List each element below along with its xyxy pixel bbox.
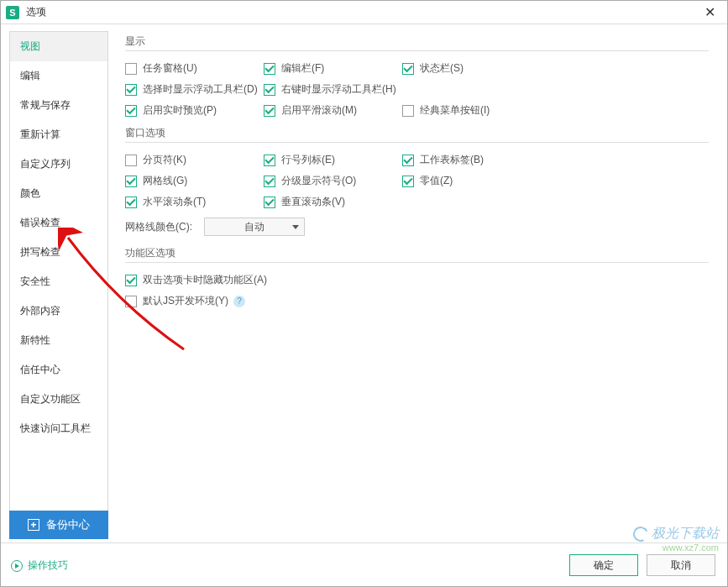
gridcolor-label: 网格线颜色(C): <box>125 220 192 234</box>
play-icon <box>11 560 23 572</box>
checkbox-icon <box>125 275 137 286</box>
sidebar-item[interactable]: 快速访问工具栏 <box>10 414 107 443</box>
gridcolor-row: 网格线颜色(C): 自动 <box>125 212 709 241</box>
checkbox-option[interactable]: 状态栏(S) <box>402 58 537 79</box>
chevron-down-icon <box>292 225 299 229</box>
ok-button[interactable]: 确定 <box>569 554 638 576</box>
checkbox-icon <box>264 155 275 166</box>
sidebar-item[interactable]: 安全性 <box>10 267 107 296</box>
titlebar: S 选项 ✕ <box>1 1 727 24</box>
backup-center-button[interactable]: 备份中心 <box>9 511 108 539</box>
sidebar: 视图编辑常规与保存重新计算自定义序列颜色错误检查拼写检查安全性外部内容新特性信任… <box>9 31 108 537</box>
checkbox-icon <box>125 155 137 166</box>
backup-label: 备份中心 <box>46 517 90 532</box>
checkbox-option[interactable]: 网格线(G) <box>125 170 264 191</box>
checkbox-label: 零值(Z) <box>420 174 453 188</box>
tips-link[interactable]: 操作技巧 <box>11 558 68 573</box>
gridcolor-dropdown[interactable]: 自动 <box>204 218 305 236</box>
checkbox-icon <box>264 84 275 96</box>
checkbox-option[interactable]: 启用平滑滚动(M) <box>264 100 402 121</box>
checkbox-label: 选择时显示浮动工具栏(D) <box>143 82 258 97</box>
checkbox-option[interactable]: 零值(Z) <box>402 170 537 191</box>
checkbox-icon <box>125 84 137 96</box>
checkbox-icon <box>125 63 137 75</box>
checkbox-label: 网格线(G) <box>143 174 187 188</box>
checkbox-label: 任务窗格(U) <box>143 61 197 76</box>
sidebar-item[interactable]: 外部内容 <box>10 296 107 326</box>
checkbox-icon <box>402 155 414 166</box>
checkbox-option[interactable]: 分级显示符号(O) <box>264 170 402 191</box>
checkbox-label: 经典菜单按钮(I) <box>420 103 490 118</box>
checkbox-icon <box>125 197 137 208</box>
checkbox-icon <box>125 176 137 187</box>
checkbox-label: 行号列标(E) <box>281 153 335 167</box>
footer: 操作技巧 确定 取消 <box>1 542 727 586</box>
section-display-title: 显示 <box>125 34 709 50</box>
sidebar-item[interactable]: 信任中心 <box>10 355 107 385</box>
checkbox-label: 右键时显示浮动工具栏(H) <box>281 82 396 97</box>
checkbox-option[interactable]: 双击选项卡时隐藏功能区(A) <box>125 270 709 291</box>
checkbox-label: 水平滚动条(T) <box>143 195 206 209</box>
cancel-button[interactable]: 取消 <box>647 554 715 576</box>
close-icon[interactable]: ✕ <box>698 3 722 22</box>
sidebar-item[interactable]: 颜色 <box>10 179 107 208</box>
checkbox-label: 垂直滚动条(V) <box>281 195 345 209</box>
checkbox-option[interactable]: 右键时显示浮动工具栏(H) <box>264 79 402 100</box>
checkbox-icon <box>402 63 414 75</box>
checkbox-option[interactable]: 水平滚动条(T) <box>125 191 264 212</box>
checkbox-icon <box>125 105 137 117</box>
checkbox-option[interactable]: 工作表标签(B) <box>402 149 537 170</box>
help-icon[interactable]: ? <box>233 296 245 307</box>
sidebar-item[interactable]: 错误检查 <box>10 208 107 238</box>
checkbox-label: 编辑栏(F) <box>281 61 324 76</box>
sidebar-item[interactable]: 自定义序列 <box>10 149 107 179</box>
checkbox-label: 工作表标签(B) <box>420 153 484 167</box>
sidebar-item[interactable]: 拼写检查 <box>10 238 107 267</box>
sidebar-item[interactable]: 重新计算 <box>10 120 107 149</box>
app-icon: S <box>6 6 19 19</box>
checkbox-label: 状态栏(S) <box>420 61 464 76</box>
checkbox-label: 启用平滑滚动(M) <box>281 103 357 118</box>
checkbox-icon <box>264 63 275 75</box>
checkbox-icon <box>125 296 137 307</box>
sidebar-item[interactable]: 编辑 <box>10 61 107 91</box>
checkbox-option[interactable]: 编辑栏(F) <box>264 58 402 79</box>
checkbox-option[interactable]: 分页符(K) <box>125 149 264 170</box>
checkbox-option[interactable]: 经典菜单按钮(I) <box>402 100 537 121</box>
checkbox-label: 启用实时预览(P) <box>143 103 217 118</box>
checkbox-icon <box>264 176 275 187</box>
sidebar-item[interactable]: 新特性 <box>10 326 107 355</box>
gridcolor-value: 自动 <box>210 220 299 234</box>
section-window-title: 窗口选项 <box>125 126 709 142</box>
checkbox-label: 默认JS开发环境(Y) <box>143 294 228 308</box>
checkbox-option[interactable]: 任务窗格(U) <box>125 58 264 79</box>
checkbox-option[interactable]: 垂直滚动条(V) <box>264 191 402 212</box>
checkbox-icon <box>402 176 414 187</box>
sidebar-item[interactable]: 视图 <box>10 32 107 61</box>
checkbox-label: 分页符(K) <box>143 153 186 167</box>
section-ribbon: 功能区选项 双击选项卡时隐藏功能区(A)默认JS开发环境(Y)? <box>125 246 709 312</box>
checkbox-icon <box>402 105 414 117</box>
checkbox-option[interactable]: 行号列标(E) <box>264 149 402 170</box>
sidebar-item[interactable]: 自定义功能区 <box>10 385 107 414</box>
checkbox-option[interactable]: 选择时显示浮动工具栏(D) <box>125 79 264 100</box>
checkbox-icon <box>264 197 275 208</box>
section-display: 显示 任务窗格(U)编辑栏(F)状态栏(S)选择时显示浮动工具栏(D)右键时显示… <box>125 34 709 121</box>
checkbox-option[interactable]: 默认JS开发环境(Y)? <box>125 291 709 312</box>
content-pane: 显示 任务窗格(U)编辑栏(F)状态栏(S)选择时显示浮动工具栏(D)右键时显示… <box>108 31 719 537</box>
section-ribbon-title: 功能区选项 <box>125 246 709 262</box>
section-window: 窗口选项 分页符(K)行号列标(E)工作表标签(B)网格线(G)分级显示符号(O… <box>125 126 709 241</box>
tips-label: 操作技巧 <box>28 558 68 573</box>
backup-icon <box>28 519 39 531</box>
checkbox-label: 分级显示符号(O) <box>281 174 356 188</box>
window-title: 选项 <box>26 5 46 19</box>
checkbox-option[interactable]: 启用实时预览(P) <box>125 100 264 121</box>
sidebar-item[interactable]: 常规与保存 <box>10 91 107 120</box>
checkbox-label: 双击选项卡时隐藏功能区(A) <box>143 273 267 287</box>
checkbox-icon <box>264 105 275 117</box>
